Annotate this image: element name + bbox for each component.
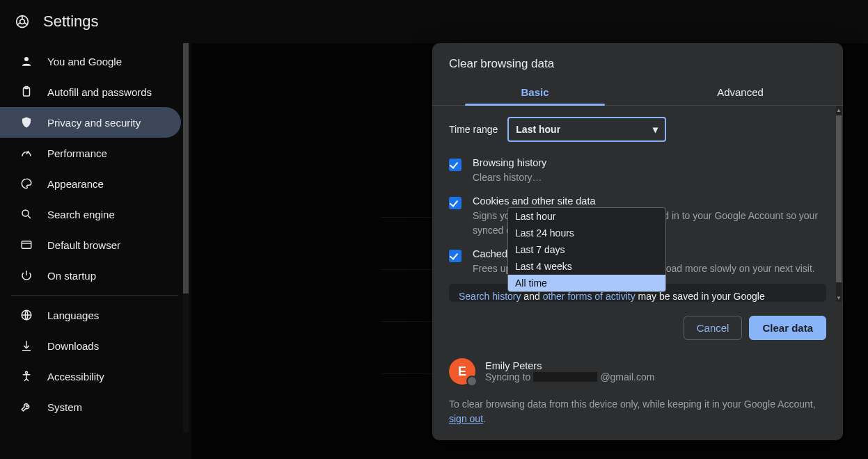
checkbox-checked-icon[interactable] xyxy=(449,250,461,262)
link-other-activity[interactable]: other forms of activity xyxy=(543,291,636,302)
clear-item-desc: Clears history… xyxy=(473,170,546,184)
dialog-tabs: Basic Advanced xyxy=(432,79,843,105)
time-range-dropdown: Last hour Last 24 hours Last 7 days Last… xyxy=(507,207,666,292)
account-row: E Emily Peters Syncing to @gmail.com xyxy=(432,351,843,387)
sidebar-item-privacy[interactable]: Privacy and security xyxy=(0,107,181,138)
sidebar-item-label: Accessibility xyxy=(47,371,104,382)
sidebar-scrollbar-thumb[interactable] xyxy=(183,43,189,293)
clear-browsing-data-dialog: Clear browsing data Basic Advanced Time … xyxy=(432,43,843,440)
sidebar-item-label: Languages xyxy=(47,309,99,321)
clear-data-button[interactable]: Clear data xyxy=(749,316,826,340)
sign-out-link[interactable]: sign out xyxy=(449,413,483,424)
time-option-last-4-weeks[interactable]: Last 4 weeks xyxy=(508,258,665,275)
svg-rect-6 xyxy=(22,241,31,249)
time-option-last-7-days[interactable]: Last 7 days xyxy=(508,241,665,258)
sidebar-item-label: System xyxy=(47,401,82,413)
sidebar-item-label: Autofill and passwords xyxy=(47,86,152,98)
text: may be saved in your Google xyxy=(636,291,765,302)
dialog-buttons: Cancel Clear data xyxy=(432,305,843,351)
sidebar-item-languages[interactable]: Languages xyxy=(0,300,191,330)
sidebar-item-label: Appearance xyxy=(47,178,104,190)
sidebar-item-autofill[interactable]: Autofill and passwords xyxy=(0,76,191,107)
dialog-scrollbar-thumb[interactable] xyxy=(836,115,842,282)
sidebar-item-label: Search engine xyxy=(47,209,115,220)
sidebar-item-label: Privacy and security xyxy=(47,117,141,129)
sidebar-item-appearance[interactable]: Appearance xyxy=(0,168,191,199)
account-name: Emily Peters xyxy=(485,360,654,371)
sidebar-item-search-engine[interactable]: Search engine xyxy=(0,199,191,230)
accessibility-icon xyxy=(19,370,33,382)
globe-icon xyxy=(19,309,33,321)
text: Syncing to xyxy=(485,371,530,382)
clipboard-icon xyxy=(19,86,33,98)
time-option-all-time[interactable]: All time xyxy=(508,275,665,291)
sidebar-item-default-browser[interactable]: Default browser xyxy=(0,230,191,260)
account-sync-status: Syncing to @gmail.com xyxy=(485,371,654,382)
sync-badge-icon xyxy=(466,376,478,387)
sidebar-item-accessibility[interactable]: Accessibility xyxy=(0,361,191,392)
wrench-icon xyxy=(19,401,33,413)
clear-item-title: Browsing history xyxy=(473,157,546,168)
time-range-value: Last hour xyxy=(516,124,560,135)
dialog-title: Clear browsing data xyxy=(432,43,843,79)
time-range-select[interactable]: Last hour ▾ xyxy=(507,117,666,142)
tab-basic[interactable]: Basic xyxy=(432,79,638,105)
cancel-button[interactable]: Cancel xyxy=(684,316,743,340)
checkbox-checked-icon[interactable] xyxy=(449,159,461,171)
sidebar-separator xyxy=(11,295,178,296)
svg-point-2 xyxy=(24,57,29,61)
settings-main: Check now ❯ ❯ ❯ ❯ Clear browsing data Ba… xyxy=(191,43,868,459)
chevron-down-icon: ▾ xyxy=(653,124,658,135)
text: To clear browsing data from this device … xyxy=(449,398,816,410)
svg-point-8 xyxy=(26,371,28,373)
scroll-down-icon[interactable]: ▼ xyxy=(836,293,842,302)
shield-icon xyxy=(19,116,33,129)
sidebar-item-label: Performance xyxy=(47,147,107,159)
chrome-logo-icon xyxy=(15,14,29,29)
time-range-label: Time range xyxy=(449,124,498,135)
clear-item-browsing-history[interactable]: Browsing history Clears history… xyxy=(449,157,826,184)
svg-point-1 xyxy=(20,19,25,24)
redacted-email-local xyxy=(533,372,597,382)
text: @gmail.com xyxy=(600,371,654,382)
page-title: Settings xyxy=(43,13,99,31)
sidebar-item-label: Downloads xyxy=(47,340,99,352)
search-icon xyxy=(19,208,33,220)
tab-advanced[interactable]: Advanced xyxy=(638,79,843,105)
power-icon xyxy=(19,269,33,282)
sidebar-item-you-and-google[interactable]: You and Google xyxy=(0,46,191,76)
sidebar-item-performance[interactable]: Performance xyxy=(0,138,191,168)
text: . xyxy=(483,413,486,424)
text: and xyxy=(521,291,542,302)
signout-note: To clear browsing data from this device … xyxy=(432,387,843,437)
speed-icon xyxy=(19,147,33,159)
window-icon xyxy=(19,239,33,251)
sidebar-item-label: You and Google xyxy=(47,56,122,67)
palette-icon xyxy=(19,177,33,190)
checkbox-checked-icon[interactable] xyxy=(449,197,461,209)
link-search-history[interactable]: Search history xyxy=(459,291,521,302)
time-option-last-24-hours[interactable]: Last 24 hours xyxy=(508,225,665,241)
time-option-last-hour[interactable]: Last hour xyxy=(508,208,665,225)
sidebar-item-system[interactable]: System xyxy=(0,392,191,422)
sidebar-item-on-startup[interactable]: On startup xyxy=(0,260,191,291)
avatar: E xyxy=(449,358,475,385)
settings-sidebar: You and Google Autofill and passwords Pr… xyxy=(0,43,191,459)
dialog-body: Time range Last hour ▾ Browsing history … xyxy=(432,106,843,302)
scroll-up-icon[interactable]: ▲ xyxy=(836,106,842,114)
download-icon xyxy=(19,339,33,352)
sidebar-item-downloads[interactable]: Downloads xyxy=(0,330,191,361)
clear-item-title: Cookies and other site data xyxy=(473,195,826,207)
sidebar-item-label: Default browser xyxy=(47,239,120,251)
sidebar-item-label: On startup xyxy=(47,270,96,282)
person-icon xyxy=(19,55,33,67)
avatar-initial: E xyxy=(458,364,466,379)
svg-point-5 xyxy=(22,210,29,216)
window-titlebar: Settings xyxy=(0,0,868,43)
